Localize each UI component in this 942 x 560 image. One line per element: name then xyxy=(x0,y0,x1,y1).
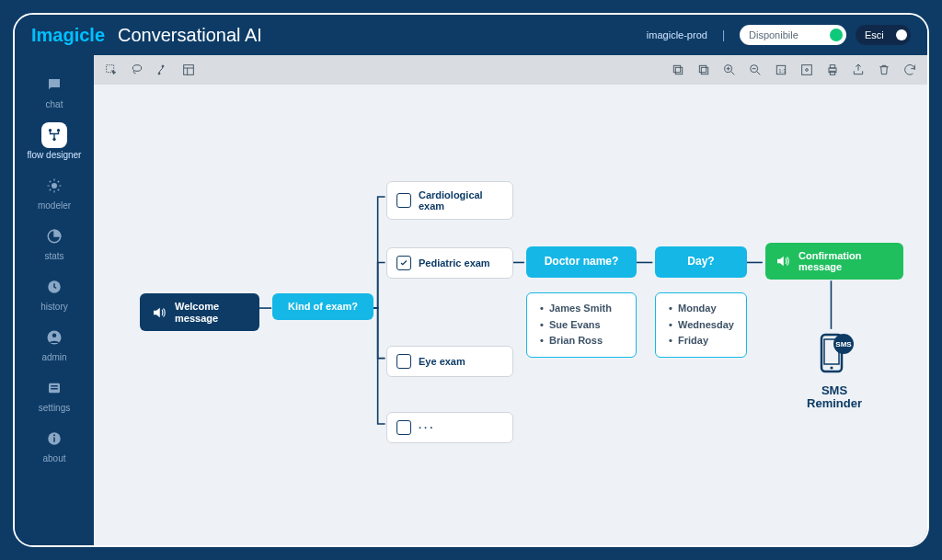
speaker-icon xyxy=(775,253,791,269)
svg-rect-10 xyxy=(53,438,55,442)
confirm-label: Confirmation message xyxy=(798,250,894,272)
sidebar-item-history[interactable]: history xyxy=(21,269,87,317)
select-tool-icon[interactable] xyxy=(103,62,120,78)
day-question-node[interactable]: Day? xyxy=(655,246,747,278)
sidebar-label: settings xyxy=(39,403,70,413)
lasso-tool-icon[interactable] xyxy=(129,62,145,78)
option-more[interactable]: · · · xyxy=(386,412,513,443)
paste-icon[interactable] xyxy=(695,62,712,78)
option-pediatric[interactable]: Pediatric exam xyxy=(386,247,513,279)
sidebar-item-flow-designer[interactable]: flow designer xyxy=(21,117,87,166)
option-label: · · · xyxy=(419,422,432,433)
confirm-node[interactable]: Confirmation message xyxy=(765,243,903,280)
sidebar-item-chat[interactable]: chat xyxy=(21,66,87,115)
sidebar-label: chat xyxy=(46,99,63,109)
zoom-out-icon[interactable] xyxy=(747,62,764,78)
sidebar-item-modeler[interactable]: modeler xyxy=(21,167,87,216)
svg-rect-8 xyxy=(49,383,60,394)
sidebar-item-admin[interactable]: admin xyxy=(21,319,87,368)
list-item: James Smith xyxy=(540,301,623,317)
list-item: Wednesday xyxy=(669,317,733,334)
svg-point-2 xyxy=(52,138,55,141)
left-sidebar: chat flow designer modeler stats xyxy=(15,55,94,545)
clock-icon xyxy=(41,274,67,300)
option-label: Cardiological exam xyxy=(419,189,503,211)
separator: | xyxy=(717,29,730,41)
checkbox-icon xyxy=(396,354,411,369)
sidebar-item-about[interactable]: about xyxy=(21,420,87,469)
info-icon xyxy=(41,426,67,451)
list-item: Friday xyxy=(669,333,733,349)
app-frame: Imagicle Conversational AI imagicle-prod… xyxy=(13,13,929,547)
checkbox-icon xyxy=(396,420,411,435)
exit-dot-icon xyxy=(896,29,907,40)
sms-badge-text: SMS xyxy=(835,340,852,349)
svg-point-32 xyxy=(830,366,833,369)
option-eye[interactable]: Eye exam xyxy=(386,346,513,377)
day-question-label: Day? xyxy=(687,256,714,269)
settings-icon xyxy=(41,375,67,401)
option-label: Eye exam xyxy=(419,356,465,367)
status-label: Disponibile xyxy=(749,29,798,40)
layout-tool-icon[interactable] xyxy=(180,62,197,78)
svg-point-13 xyxy=(132,65,141,72)
env-label: imagicle-prod xyxy=(647,29,707,40)
zoom-reset-icon[interactable]: 1:1 xyxy=(773,62,789,78)
sms-reminder-node[interactable]: SMS SMS Reminder xyxy=(793,331,876,411)
gear-brain-icon xyxy=(41,173,67,199)
svg-rect-17 xyxy=(675,67,682,74)
list-item: Monday xyxy=(669,301,733,317)
chat-icon xyxy=(41,72,67,97)
sidebar-item-settings[interactable]: settings xyxy=(21,370,87,418)
exit-label: Esci xyxy=(865,29,884,40)
sidebar-label: about xyxy=(42,453,65,463)
option-cardio[interactable]: Cardiological exam xyxy=(386,181,513,220)
brand-light: Conversational AI xyxy=(118,25,262,46)
work-area: 1:1 xyxy=(94,55,927,545)
trash-icon[interactable] xyxy=(876,62,892,78)
copy-icon[interactable] xyxy=(670,62,686,78)
svg-point-15 xyxy=(162,65,164,67)
sms-title: SMS Reminder xyxy=(793,384,876,411)
kind-of-exam-node[interactable]: Kind of exam? xyxy=(272,293,373,320)
welcome-node[interactable]: Welcome message xyxy=(140,293,259,331)
svg-text:1:1: 1:1 xyxy=(778,68,787,74)
speaker-icon xyxy=(151,304,167,321)
undo-icon[interactable] xyxy=(902,62,918,78)
flow-icon xyxy=(41,122,67,148)
svg-point-3 xyxy=(52,183,57,189)
svg-rect-28 xyxy=(830,65,834,68)
svg-rect-19 xyxy=(699,65,706,72)
sidebar-item-stats[interactable]: stats xyxy=(21,218,87,267)
canvas-toolbar: 1:1 xyxy=(94,55,927,85)
svg-rect-25 xyxy=(802,65,812,75)
user-icon xyxy=(41,325,67,350)
kind-label: Kind of exam? xyxy=(288,301,358,313)
sidebar-label: modeler xyxy=(38,200,71,211)
checkbox-icon xyxy=(396,193,411,208)
brand-strong: Imagicle xyxy=(31,25,105,46)
svg-point-26 xyxy=(806,69,809,72)
status-toggle[interactable]: Disponibile xyxy=(740,25,846,45)
day-list[interactable]: Monday Wednesday Friday xyxy=(655,292,747,358)
exit-button[interactable]: Esci xyxy=(856,25,911,45)
sidebar-label: history xyxy=(40,302,67,312)
checkbox-checked-icon xyxy=(396,256,411,270)
status-dot-icon xyxy=(830,29,843,41)
fit-icon[interactable] xyxy=(798,62,815,78)
sms-phone-icon: SMS xyxy=(812,331,856,379)
path-tool-icon[interactable] xyxy=(155,62,171,78)
doctor-question-label: Doctor name? xyxy=(545,256,619,269)
doctor-list[interactable]: James Smith Sue Evans Brian Ross xyxy=(526,292,637,358)
zoom-in-icon[interactable] xyxy=(721,62,738,78)
sidebar-label: flow designer xyxy=(28,150,82,160)
export-icon[interactable] xyxy=(850,62,867,78)
svg-point-7 xyxy=(52,334,57,338)
svg-rect-20 xyxy=(701,67,707,74)
svg-point-0 xyxy=(49,129,52,131)
doctor-question-node[interactable]: Doctor name? xyxy=(526,246,637,278)
print-icon[interactable] xyxy=(824,62,841,78)
list-item: Sue Evans xyxy=(540,317,623,334)
svg-rect-29 xyxy=(830,71,834,74)
flow-canvas[interactable]: Welcome message Kind of exam? Cardiologi… xyxy=(94,85,927,545)
